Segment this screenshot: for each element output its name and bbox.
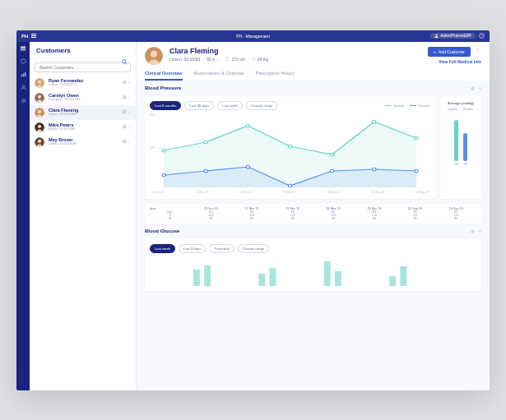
patient-sub: Lisbon, 01/10/83 [169,57,200,62]
svg-point-27 [246,124,249,127]
plus-icon: + [434,49,436,54]
glucose-section-title: Blood Glucose [145,228,179,233]
gender-icon: ♀ [128,95,131,99]
rail-customers-icon[interactable] [20,45,26,52]
bp-x-labels: 19 Jan 1912 Mar 1911 Mar 1901 Mar 1920 M… [150,191,430,194]
svg-point-0 [436,35,438,36]
patient-avatar [145,47,163,65]
gender-icon: ♀ [128,140,131,144]
customer-item[interactable]: Ryan FernandezLisbon, 11/04/197940♂ [30,76,136,90]
svg-point-22 [151,50,157,57]
svg-point-12 [38,80,41,83]
app-logo: PH [21,34,28,39]
range-button[interactable]: Last week [217,101,243,110]
gender-icon: ♂ [128,81,131,85]
add-chip-icon[interactable]: + [478,85,481,91]
rail-box-icon[interactable] [20,58,26,65]
svg-point-18 [38,124,41,127]
tab-reservations-calendar[interactable]: Reservations & Calendar [194,71,244,81]
svg-rect-6 [24,72,25,77]
customer-sidebar: Customers Ryan FernandezLisbon, 11/04/19… [30,42,137,390]
customer-age: 29 [123,140,127,144]
bp-section-title: Blood Pressure [145,85,181,90]
svg-rect-47 [400,266,406,286]
range-button[interactable]: Last 30 days [184,101,214,110]
user-badge[interactable]: AdminPharmaERP [430,33,476,39]
bp-avg-title: Average (mmHg) [448,101,474,105]
svg-point-16 [38,109,41,113]
bp-average-card: Average (mmHg) SystolicDiastolic 120 80 [440,96,481,199]
add-chip-icon[interactable]: + [478,228,481,234]
customer-item[interactable]: Carolyn OwenLiverpool, 23/11/199226♀ [30,90,136,105]
svg-point-37 [331,169,334,173]
avatar [35,93,44,103]
rail-user-icon[interactable] [20,85,26,91]
svg-rect-4 [21,75,21,77]
bp-range-buttons: Last 6 monthsLast 30 daysLast weekCustom… [150,101,277,110]
svg-point-9 [123,60,126,63]
sidebar-title: Customers [30,42,136,58]
tab-clinical-overview[interactable]: Clinical Overview [145,71,183,81]
svg-rect-2 [21,48,26,49]
add-customer-button[interactable]: +Add Customer [428,47,471,57]
more-icon[interactable]: ⋮ [475,48,481,54]
range-button[interactable]: Yesterday [209,244,234,253]
svg-rect-46 [389,276,396,286]
customer-sub: Lisbon, 01/10/1989 [49,142,118,146]
customer-age: 40 [123,81,127,85]
avg-diastolic-bar [463,133,467,161]
range-button[interactable]: Custom range [238,244,269,253]
svg-line-10 [126,63,128,65]
avatar [35,78,44,88]
patient-header: Clara Fleming Lisbon, 01/10/83 32 a♀ 172… [137,42,490,81]
customer-sub: Lisbon, 01/10/1983 [49,113,118,117]
glucose-bar-chart: 120 [150,253,476,286]
svg-rect-40 [193,270,200,286]
ruler-icon [225,57,230,61]
legend-swatch [410,105,416,106]
range-button[interactable]: Last week [150,244,175,253]
view-medical-link[interactable]: View Full Medical Info [439,59,481,64]
avatar [35,137,44,147]
rail-analytics-icon[interactable] [20,72,26,78]
bp-data-table: date19 Jan 1912 Mar 1911 Mar 1901 Mar 19… [145,204,481,224]
svg-point-20 [38,139,41,142]
avatar [35,108,44,118]
customer-sub: Berlin, 01/12/1986 [49,127,118,132]
patient-height: 172 cm [231,57,244,62]
patient-tabs: Clinical OverviewReservations & Calendar… [145,71,481,81]
svg-point-33 [162,173,165,177]
customer-age: 26 [123,95,127,99]
search-input[interactable] [35,62,131,72]
svg-rect-5 [22,73,23,76]
svg-point-39 [415,169,418,173]
app-window: PH PH - Management AdminPharmaERP ? Cust… [16,30,490,390]
svg-rect-23 [226,58,229,61]
gender-icon: ♀ [128,125,131,129]
customer-item[interactable]: Clara FlemingLisbon, 01/10/198335♀ [30,105,136,120]
range-button[interactable]: Custom range [246,101,277,110]
patient-weight: 64 Kg [258,57,268,62]
customer-age: 32 [123,125,127,129]
rail-settings-icon[interactable] [20,98,26,104]
customer-item[interactable]: Mike PetersBerlin, 01/12/198632♀ [30,120,136,135]
help-icon[interactable]: ? [479,33,485,39]
tab-prescription-history[interactable]: Prescription History [256,71,295,81]
customer-sub: Lisbon, 11/04/1979 [49,83,118,87]
settings-chip-icon[interactable]: ⚙ [471,85,475,91]
range-button[interactable]: Last 3 days [179,244,206,253]
settings-chip-icon[interactable]: ⚙ [471,228,475,234]
menu-icon[interactable] [31,34,36,37]
bp-chart-card: Last 6 monthsLast 30 daysLast weekCustom… [145,96,435,199]
customer-item[interactable]: May BrownLisbon, 01/10/198929♀ [30,135,136,150]
svg-point-25 [162,149,165,152]
glucose-card: Last weekLast 3 daysYesterdayCustom rang… [145,239,481,291]
patient-name: Clara Fleming [169,47,421,55]
user-icon [434,34,439,38]
weight-icon [252,57,256,61]
nav-rail [16,42,30,390]
avg-systolic-bar [454,120,458,161]
range-button[interactable]: Last 6 months [150,101,181,110]
gender-icon: ♀ [216,57,220,62]
svg-rect-41 [204,265,211,286]
